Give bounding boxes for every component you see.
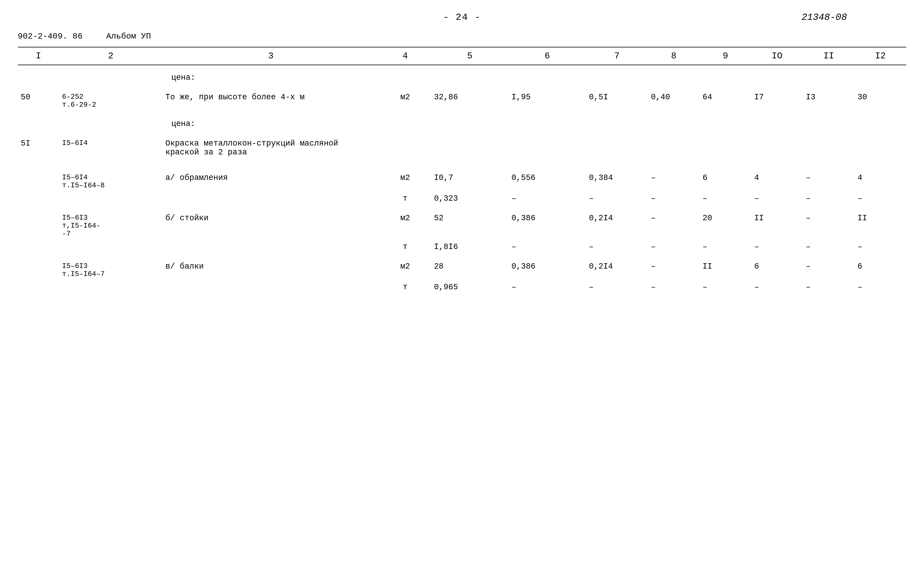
row-a2-v9: –	[700, 192, 751, 205]
row-a-v10: 4	[751, 171, 803, 192]
table-row-51-header: 5I I5–6I4 Окраска металлокон-струкций ма…	[18, 137, 906, 159]
row-b-v11: –	[803, 211, 855, 240]
cena-row-2: цена:	[18, 117, 906, 131]
row-v-desc: в/ балки	[162, 260, 379, 280]
table-row-v-line1: I5–6I3т.I5–I64–7 в/ балки м2 28 0,386 0,…	[18, 260, 906, 280]
spacer-row-6	[18, 165, 906, 171]
row-a-v7: 0,384	[586, 171, 648, 192]
cell-empty	[162, 192, 379, 205]
row-50-v8: 0,40	[648, 90, 700, 111]
row-50-v6: I,95	[508, 90, 586, 111]
cell-empty	[18, 240, 59, 254]
row-b-unit: м2	[380, 211, 431, 240]
col-header-9: 9	[700, 47, 751, 65]
row-v-unit: м2	[380, 260, 431, 280]
row-b-v5: 52	[431, 211, 509, 240]
row-v2-v11: –	[803, 280, 855, 294]
table-row-50: 50 6-252т.6-29-2 То же, при высоте более…	[18, 90, 906, 111]
row-51-ref: I5–6I4	[59, 137, 162, 159]
main-table-container: I 2 3 4 5 6 7 8 9 IO II I2	[18, 47, 906, 294]
cell-empty	[18, 211, 59, 240]
row-b-v8: –	[648, 211, 700, 240]
row-b-desc: б/ стойки	[162, 211, 379, 240]
col-header-1: I	[18, 47, 59, 65]
cell-empty	[59, 240, 162, 254]
col-header-12: I2	[855, 47, 906, 65]
cell-empty	[18, 171, 59, 192]
row-a-desc: а/ обрамления	[162, 171, 379, 192]
row-v2-unit: т	[380, 280, 431, 294]
row-v-ref: I5–6I3т.I5–I64–7	[59, 260, 162, 280]
col-header-8: 8	[648, 47, 700, 65]
row-a-v11: –	[803, 171, 855, 192]
col-header-2: 2	[59, 47, 162, 65]
cell-empty	[162, 280, 379, 294]
row-v2-v8: –	[648, 280, 700, 294]
cell-empty	[380, 137, 906, 159]
row-a2-v6: –	[508, 192, 586, 205]
row-b2-v9: –	[700, 240, 751, 254]
row-a2-v8: –	[648, 192, 700, 205]
row-v2-v7: –	[586, 280, 648, 294]
cell-empty	[18, 280, 59, 294]
row-50-unit: м2	[380, 90, 431, 111]
cena-row-1: цена:	[18, 71, 906, 84]
col-header-4: 4	[380, 47, 431, 65]
spacer-row-5	[18, 159, 906, 165]
row-a2-v5: 0,323	[431, 192, 509, 205]
row-v-v9: II	[700, 260, 751, 280]
row-v-v8: –	[648, 260, 700, 280]
row-50-v5: 32,86	[431, 90, 509, 111]
row-b2-v6: –	[508, 240, 586, 254]
cell-empty	[18, 117, 59, 131]
row-a2-v11: –	[803, 192, 855, 205]
row-b-v6: 0,386	[508, 211, 586, 240]
doc-album: Альбом УП	[106, 32, 151, 41]
row-50-v12: 30	[855, 90, 906, 111]
row-50-num: 50	[18, 90, 59, 111]
row-a-unit: м2	[380, 171, 431, 192]
row-b-v9: 20	[700, 211, 751, 240]
row-b-v10: II	[751, 211, 803, 240]
cell-empty	[380, 117, 906, 131]
row-51-num: 5I	[18, 137, 59, 159]
col-header-5: 5	[431, 47, 509, 65]
row-v-v6: 0,386	[508, 260, 586, 280]
row-v-v12: 6	[855, 260, 906, 280]
row-b2-v12: –	[855, 240, 906, 254]
cell-empty	[59, 117, 162, 131]
spacer-row-7	[18, 205, 906, 211]
cell-empty	[18, 71, 59, 84]
table-header-row: I 2 3 4 5 6 7 8 9 IO II I2	[18, 47, 906, 65]
spacer-row-8	[18, 254, 906, 260]
cell-empty	[59, 71, 162, 84]
row-v2-v9: –	[700, 280, 751, 294]
cell-empty	[18, 260, 59, 280]
cena-label-2: цена:	[162, 117, 379, 131]
page-header: - 24 - 21348-08	[18, 12, 906, 23]
row-50-ref: 6-252т.6-29-2	[59, 90, 162, 111]
row-b-v12: II	[855, 211, 906, 240]
row-50-v10: I7	[751, 90, 803, 111]
main-table: I 2 3 4 5 6 7 8 9 IO II I2	[18, 47, 906, 294]
row-a2-v10: –	[751, 192, 803, 205]
row-v-v11: –	[803, 260, 855, 280]
row-50-v7: 0,5I	[586, 90, 648, 111]
col-header-10: IO	[751, 47, 803, 65]
doc-code: 902-2-409. 86	[18, 32, 82, 41]
row-v2-v12: –	[855, 280, 906, 294]
row-50-desc: То же, при высоте более 4-х м	[162, 90, 379, 111]
row-b2-v8: –	[648, 240, 700, 254]
table-row-a-line1: I5–6I4т.I5–I64–8 а/ обрамления м2 I0,7 0…	[18, 171, 906, 192]
row-v-v10: 6	[751, 260, 803, 280]
cell-empty	[380, 71, 906, 84]
row-b-v7: 0,2I4	[586, 211, 648, 240]
row-50-v9: 64	[700, 90, 751, 111]
row-51-desc: Окраска металлокон-струкций масляной кра…	[162, 137, 379, 159]
cell-empty	[18, 192, 59, 205]
row-v-v5: 28	[431, 260, 509, 280]
row-a-ref: I5–6I4т.I5–I64–8	[59, 171, 162, 192]
table-row-b-line2: т I,8I6 – – – – – – –	[18, 240, 906, 254]
row-a-v12: 4	[855, 171, 906, 192]
cell-empty	[59, 280, 162, 294]
